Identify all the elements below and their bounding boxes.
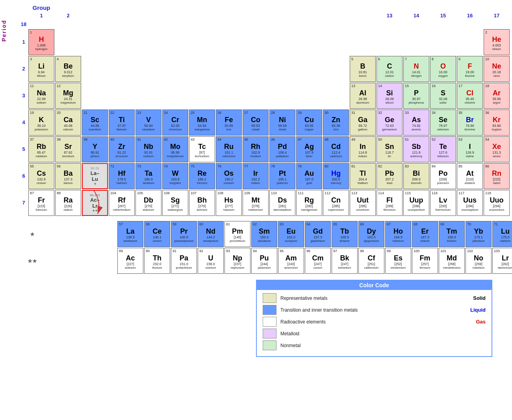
element-Cd[interactable]: 48 Cd 112.4 cadmium <box>323 136 349 162</box>
element-Co[interactable]: 27 Co 58.93 cobalt <box>243 110 269 136</box>
element-Se[interactable]: 34 Se 78.97 selenium <box>430 110 456 136</box>
element-Ir[interactable]: 77 Ir 192.2 iridium <box>243 163 269 189</box>
element-Ne[interactable]: 10 Ne 20.18 neon <box>484 56 510 82</box>
element-Pa[interactable]: 91 Pa 231.0 protactinium <box>171 248 197 274</box>
element-Dy[interactable]: 66 Dy 162.5 dysprosium <box>358 221 384 247</box>
element-Mn[interactable]: 25 Mn 54.94 manganese <box>189 110 215 136</box>
element-Be[interactable]: 4 Be 9.012 beryllium <box>55 56 81 82</box>
element-Fm[interactable]: 100 Fm [257] fermium <box>412 248 438 274</box>
element-Eu[interactable]: 63 Eu 152.0 europium <box>278 221 304 247</box>
element-Rh[interactable]: 45 Rh 102.9 rhodium <box>243 136 269 162</box>
element-S[interactable]: 16 S 32.06 sulfur <box>430 83 456 109</box>
element-N[interactable]: 7 N 14.01 nitrogen <box>403 56 429 82</box>
element-Db[interactable]: 105 Db [270] dubnium <box>135 190 161 216</box>
element-Sm[interactable]: 62 Sm 150.4 samarium <box>251 221 277 247</box>
element-Ra[interactable]: 88 Ra [226] radium <box>55 190 81 216</box>
element-Hf[interactable]: 72 Hf 178.5 hafnium <box>109 163 135 189</box>
element-O[interactable]: 8 O 16.00 oxygen <box>430 56 456 82</box>
element-Pd[interactable]: 46 Pd 106.4 palladium <box>269 136 295 162</box>
element-Hg[interactable]: 80 Hg 200.6 mercury <box>323 163 349 189</box>
element-Cs[interactable]: 55 Cs 132.9 cesium <box>28 163 54 189</box>
element-Mg[interactable]: 12 Mg 24.31 magnesium <box>55 83 81 109</box>
element-Bk[interactable]: 97 Bk [247] berkelium <box>332 248 358 274</box>
element-Na[interactable]: 11 Na 22.99 sodium <box>28 83 54 109</box>
element-Ti[interactable]: 22 Ti 47.87 titanium <box>109 110 135 136</box>
element-In[interactable]: 49 In 114.8 indium <box>350 136 376 162</box>
element-Zr[interactable]: 40 Zr 91.22 zirconium <box>109 136 135 162</box>
element-Nd[interactable]: 60 Nd 144.2 neodymium <box>198 221 224 247</box>
element-Pu[interactable]: 94 Pu [244] plutonium <box>251 248 277 274</box>
element-Uus[interactable]: 117 Uus [294] ununseptium <box>457 190 483 216</box>
element-Ho[interactable]: 67 Ho 164.9 holmium <box>385 221 411 247</box>
element-Ag[interactable]: 47 Ag 107.9 silver <box>296 136 322 162</box>
element-Cu[interactable]: 29 Cu 63.55 copper <box>296 110 322 136</box>
element-Si[interactable]: 14 Si 28.09 silicon <box>377 83 403 109</box>
element-Ca[interactable]: 20 Ca 40.08 calcium <box>55 110 81 136</box>
element-Po[interactable]: 84 Po [209] polonium <box>430 163 456 189</box>
element-Bh[interactable]: 107 Bh [270] bohrium <box>189 190 215 216</box>
element-Ni[interactable]: 28 Ni 58.69 nickel <box>269 110 295 136</box>
element-Lv[interactable]: 116 Lv [293] livermorium <box>430 190 456 216</box>
element-Ge[interactable]: 32 Ge 72.63 germanium <box>377 110 403 136</box>
element-Cf[interactable]: 98 Cf [251] californium <box>358 248 384 274</box>
element-Pt[interactable]: 78 Pt 195.1 platinum <box>269 163 295 189</box>
element-F[interactable]: 9 F 19.00 fluorine <box>457 56 483 82</box>
element-Fe[interactable]: 26 Fe 55.85 iron <box>216 110 242 136</box>
element-Ba[interactable]: 56 Ba 137.3 barium <box>55 163 81 189</box>
element-C[interactable]: 6 C 12.01 carbon <box>377 56 403 82</box>
element-Tm[interactable]: 69 Tm 168.9 thulium <box>439 221 465 247</box>
element-Au[interactable]: 79 Au 197.0 gold <box>296 163 322 189</box>
element-He[interactable]: 2 He 4.003 helium <box>484 29 510 55</box>
element-Rf[interactable]: 104 Rf [267] rutherfordium <box>109 190 135 216</box>
element-Cm[interactable]: 96 Cm [247] curium <box>305 248 331 274</box>
element-V[interactable]: 23 V 50.94 vanadium <box>135 110 161 136</box>
element-Cn[interactable]: 112 Cn [285] copernicium <box>323 190 349 216</box>
element-Mo[interactable]: 42 Mo 95.95 molybdenum <box>162 136 188 162</box>
element-P[interactable]: 15 P 30.97 phosphorus <box>403 83 429 109</box>
element-Zn[interactable]: 30 Zn 65.38 zinc <box>323 110 349 136</box>
element-Ar[interactable]: 18 Ar 39.95 argon <box>484 83 510 109</box>
element-Kr[interactable]: 36 Kr 83.80 krypton <box>484 110 510 136</box>
element-No[interactable]: 102 No [259] nobelium <box>466 248 492 274</box>
element-Sn[interactable]: 50 Sn 118.7 tin <box>377 136 403 162</box>
element-Hs[interactable]: 108 Hs [277] hassium <box>216 190 242 216</box>
element-Re[interactable]: 75 Re 186.2 rhenium <box>189 163 215 189</box>
element-Br[interactable]: 35 Br 79.90 bromine <box>457 110 483 136</box>
element-Tc[interactable]: 43 Tc [97] technetium <box>189 136 215 162</box>
element-Np[interactable]: 93 Np [237] neptunium <box>224 248 250 274</box>
element-Rg[interactable]: 111 Rg [282] roentgenium <box>296 190 322 216</box>
element-Bi[interactable]: 83 Bi 209.0 bismuth <box>403 163 429 189</box>
element-Gd[interactable]: 64 Gd 157.3 gadolinium <box>305 221 331 247</box>
element-Nb[interactable]: 41 Nb 92.91 niobium <box>135 136 161 162</box>
element-Rn[interactable]: 86 Rn [222] radon <box>484 163 510 189</box>
element-Er[interactable]: 68 Er 167.3 erbium <box>412 221 438 247</box>
element-Sr[interactable]: 38 Sr 87.62 strontium <box>55 136 81 162</box>
element-Te[interactable]: 52 Te 127.6 tellurium <box>430 136 456 162</box>
element-Y[interactable]: 39 Y 88.91 yttrium <box>82 136 108 162</box>
element-Rb[interactable]: 37 Rb 85.47 rubidium <box>28 136 54 162</box>
element-Ds[interactable]: 110 Ds [281] darmstadtium <box>269 190 295 216</box>
element-Am[interactable]: 95 Am [243] americium <box>278 248 304 274</box>
element-Pr[interactable]: 59 Pr 140.9 praseodymium <box>171 221 197 247</box>
element-Al[interactable]: 13 Al 26.98 aluminum <box>350 83 376 109</box>
element-Sc[interactable]: 21 Sc 44.96 scandium <box>82 110 108 136</box>
element-Li[interactable]: 3 Li 6.94 lithium <box>28 56 54 82</box>
element-Cr[interactable]: 24 Cr 52.00 chromium <box>162 110 188 136</box>
element-Pb[interactable]: 82 Pb 207.2 lead <box>377 163 403 189</box>
element-Ga[interactable]: 31 Ga 69.72 gallium <box>350 110 376 136</box>
element-Es[interactable]: 99 Es [252] einsteinium <box>385 248 411 274</box>
element-Yb[interactable]: 70 Yb 173.1 ytterbium <box>466 221 492 247</box>
element-Cl[interactable]: 17 Cl 35.45 chlorine <box>457 83 483 109</box>
element-Tb[interactable]: 65 Tb 158.9 terbium <box>332 221 358 247</box>
element-I[interactable]: 53 I 126.9 iodine <box>457 136 483 162</box>
element-Xe[interactable]: 54 Xe 131.3 xenon <box>484 136 510 162</box>
element-Fl[interactable]: 114 Fl [289] flerovium <box>377 190 403 216</box>
element-Mt[interactable]: 109 Mt [276] meitnerium <box>243 190 269 216</box>
element-Ru[interactable]: 44 Ru 101.1 ruthenium <box>216 136 242 162</box>
element-B[interactable]: 5 B 10.81 boron <box>350 56 376 82</box>
element-Uuo[interactable]: 118 Uuo [294] ununoctium <box>484 190 510 216</box>
element-Tl[interactable]: 81 Tl 204.4 thallium <box>350 163 376 189</box>
element-Fr[interactable]: 87 Fr [223] francium <box>28 190 54 216</box>
element-La[interactable]: 57 La 138.9 lanthanum <box>117 221 143 247</box>
element-Uut[interactable]: 113 Uut [285] ununtrium <box>350 190 376 216</box>
